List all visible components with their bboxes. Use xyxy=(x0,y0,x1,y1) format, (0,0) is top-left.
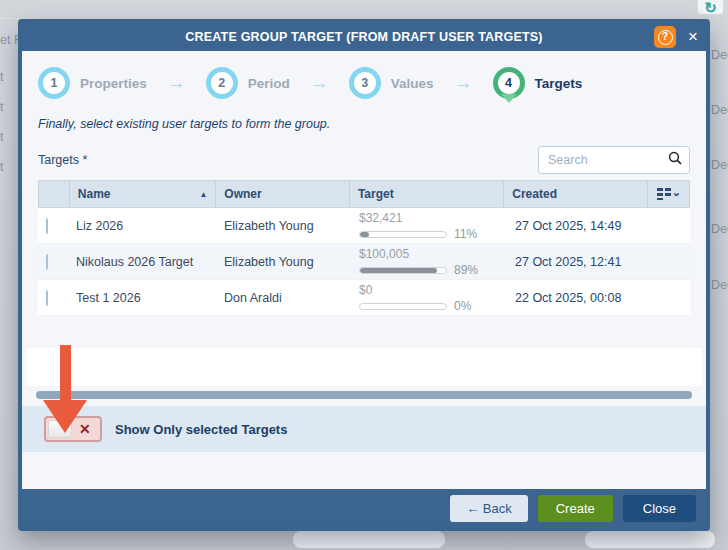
refresh-icon: ↻ xyxy=(697,0,724,15)
table-row[interactable]: Liz 2026 Elizabeth Young $32,421 11% 27 … xyxy=(38,208,690,244)
row-checkbox[interactable] xyxy=(46,254,48,270)
step-3-label: Values xyxy=(391,76,434,91)
target-owner: Elizabeth Young xyxy=(216,219,351,233)
progress-track xyxy=(359,231,447,238)
search-input[interactable] xyxy=(546,152,668,168)
step-arrow-icon: → xyxy=(310,72,329,94)
close-icon[interactable]: × xyxy=(676,27,706,47)
annotation-arrow xyxy=(60,345,71,402)
toggle-label: Show Only selected Targets xyxy=(115,422,287,437)
dialog-content: 1 Properties → 2 Period → 3 Values → 4 T… xyxy=(22,51,706,489)
progress-fill xyxy=(360,232,369,237)
bg-text-fragment: Dec xyxy=(711,158,728,172)
table-row[interactable]: Nikolaus 2026 Target Elizabeth Young $10… xyxy=(38,244,690,280)
step-3-circle[interactable]: 3 xyxy=(349,67,381,99)
create-button[interactable]: Create xyxy=(538,495,613,522)
target-name: Test 1 2026 xyxy=(68,291,216,305)
active-step-pointer xyxy=(501,94,517,103)
bg-text-fragment: t xyxy=(0,130,3,144)
sort-ascending-icon: ▲ xyxy=(199,190,207,199)
bg-text-fragment: t xyxy=(0,70,3,84)
bg-text-fragment: Dec xyxy=(711,222,728,236)
target-progress-cell: $100,005 89% xyxy=(351,246,507,277)
target-name: Liz 2026 xyxy=(68,219,216,233)
bg-text-fragment: Dec xyxy=(711,278,728,292)
show-selected-toggle-row: ✕ Show Only selected Targets xyxy=(22,406,706,452)
step-description: Finally, select existing user targets to… xyxy=(38,117,706,131)
progress-fill xyxy=(360,268,437,273)
step-1-label: Properties xyxy=(80,76,147,91)
wizard-stepper: 1 Properties → 2 Period → 3 Values → 4 T… xyxy=(22,51,706,99)
chevron-down-icon: ⌄ xyxy=(672,186,681,199)
close-button[interactable]: Close xyxy=(623,495,696,522)
progress-percent: 89% xyxy=(454,263,478,277)
columns-grid-icon xyxy=(656,187,672,201)
table-header: Name ▲ Owner Target Created ⌄ xyxy=(38,180,690,208)
step-period: 2 Period xyxy=(206,67,310,99)
row-checkbox[interactable] xyxy=(46,290,48,306)
column-picker[interactable]: ⌄ xyxy=(647,181,689,207)
bg-text-fragment: t xyxy=(0,160,3,174)
column-header-created[interactable]: Created xyxy=(503,181,647,207)
table-scroll-area xyxy=(26,348,702,386)
bg-card xyxy=(293,531,445,548)
step-2-label: Period xyxy=(248,76,290,91)
bg-text-fragment: Dec xyxy=(711,103,728,117)
row-checkbox[interactable] xyxy=(46,218,48,234)
bg-text-fragment: t xyxy=(0,100,3,114)
target-progress-cell: $0 0% xyxy=(351,282,507,313)
column-header-owner[interactable]: Owner xyxy=(215,181,349,207)
target-created: 22 Oct 2025, 00:08 xyxy=(507,291,652,305)
step-targets: 4 Targets xyxy=(493,67,603,99)
horizontal-scrollbar[interactable] xyxy=(36,391,692,399)
column-header-target[interactable]: Target xyxy=(349,181,503,207)
bg-text-fragment: Dec xyxy=(711,48,728,62)
dialog-title: CREATE GROUP TARGET (FROM DRAFT USER TAR… xyxy=(22,30,706,44)
bg-card xyxy=(585,531,715,548)
step-properties: 1 Properties xyxy=(38,67,167,99)
target-owner: Elizabeth Young xyxy=(216,255,351,269)
target-created: 27 Oct 2025, 14:49 xyxy=(507,219,652,233)
table-row[interactable]: Test 1 2026 Don Araldi $0 0% 22 Oct 2025… xyxy=(38,280,690,316)
select-column-header xyxy=(39,181,69,207)
help-button[interactable]: ? xyxy=(654,26,676,48)
targets-table: Name ▲ Owner Target Created ⌄ Liz 2026 E… xyxy=(38,180,690,316)
step-1-circle[interactable]: 1 xyxy=(38,67,70,99)
target-created: 27 Oct 2025, 12:41 xyxy=(507,255,652,269)
progress-percent: 0% xyxy=(454,299,471,313)
targets-field-label: Targets * xyxy=(38,153,87,167)
column-header-name[interactable]: Name ▲ xyxy=(69,181,215,207)
step-arrow-icon: → xyxy=(167,72,186,94)
back-button[interactable]: ← Back xyxy=(450,495,528,522)
help-icon: ? xyxy=(658,30,673,45)
target-progress-cell: $32,421 11% xyxy=(351,210,507,241)
step-4-number: 4 xyxy=(505,76,512,90)
step-arrow-icon: → xyxy=(454,72,473,94)
dialog-header: CREATE GROUP TARGET (FROM DRAFT USER TAR… xyxy=(22,23,706,51)
progress-percent: 11% xyxy=(454,227,477,241)
dialog-footer: ← Back Create Close xyxy=(22,489,706,527)
progress-track xyxy=(359,267,447,274)
progress-track xyxy=(359,303,447,310)
step-2-circle[interactable]: 2 xyxy=(206,67,238,99)
search-icon xyxy=(668,151,682,169)
create-group-target-dialog: CREATE GROUP TARGET (FROM DRAFT USER TAR… xyxy=(18,19,710,531)
target-amount: $0 xyxy=(359,284,499,297)
target-amount: $32,421 xyxy=(359,212,499,225)
step-4-circle[interactable]: 4 xyxy=(493,67,525,99)
step-values: 3 Values xyxy=(349,67,454,99)
target-amount: $100,005 xyxy=(359,248,499,261)
column-header-name-label: Name xyxy=(78,187,111,201)
target-owner: Don Araldi xyxy=(216,291,351,305)
step-4-label: Targets xyxy=(535,76,583,91)
target-name: Nikolaus 2026 Target xyxy=(68,255,216,269)
search-box xyxy=(538,146,690,174)
annotation-arrow-head xyxy=(43,400,87,433)
